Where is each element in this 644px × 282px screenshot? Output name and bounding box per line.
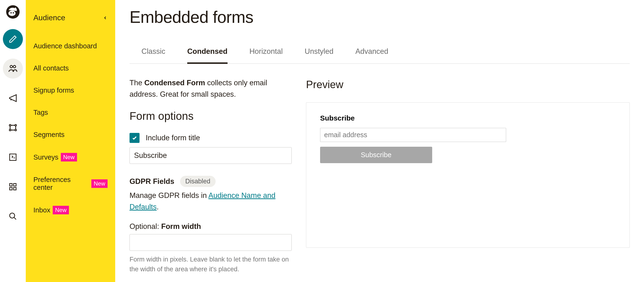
svg-point-8 — [9, 129, 11, 131]
tabs: Classic Condensed Horizontal Unstyled Ad… — [130, 43, 630, 64]
include-title-label: Include form title — [146, 134, 200, 142]
tab-condensed[interactable]: Condensed — [187, 43, 228, 64]
svg-point-6 — [9, 125, 11, 126]
svg-rect-14 — [14, 187, 16, 190]
campaigns-icon[interactable] — [3, 88, 23, 108]
tab-classic[interactable]: Classic — [142, 43, 165, 64]
sidebar-item-dashboard[interactable]: Audience dashboard — [34, 42, 108, 50]
form-title-input[interactable] — [130, 147, 292, 164]
svg-point-3 — [13, 12, 14, 13]
new-badge: New — [91, 179, 108, 188]
sidebar-item-tags[interactable]: Tags — [34, 109, 108, 117]
sidebar-item-inbox[interactable]: InboxNew — [34, 206, 108, 214]
svg-point-2 — [10, 12, 12, 13]
svg-rect-13 — [10, 187, 12, 190]
preview-subscribe-title: Subscribe — [320, 114, 616, 122]
gdpr-label: GDPR Fields — [130, 177, 174, 186]
svg-point-1 — [8, 10, 16, 16]
website-icon[interactable] — [3, 147, 23, 167]
preview-subscribe-button[interactable]: Subscribe — [320, 147, 432, 163]
sidebar-item-signup-forms[interactable]: Signup forms — [34, 86, 108, 94]
form-width-label: Optional: Form width — [130, 222, 292, 231]
form-width-input[interactable] — [130, 234, 292, 251]
form-description: The Condensed Form collects only email a… — [130, 77, 292, 100]
tab-unstyled[interactable]: Unstyled — [304, 43, 334, 64]
svg-rect-11 — [10, 184, 12, 186]
create-icon[interactable] — [3, 29, 23, 49]
svg-point-4 — [10, 65, 12, 68]
preview-email-input[interactable] — [320, 128, 506, 142]
icon-rail — [0, 0, 26, 282]
form-options-heading: Form options — [130, 110, 292, 123]
sidebar-item-preferences[interactable]: Preferences centerNew — [34, 176, 108, 191]
gdpr-help-text: Manage GDPR fields in Audience Name and … — [130, 190, 292, 213]
preview-heading: Preview — [306, 79, 630, 91]
new-badge: New — [61, 153, 77, 161]
sidebar-title: Audience — [34, 13, 65, 22]
sidebar-item-segments[interactable]: Segments — [34, 131, 108, 139]
automations-icon[interactable] — [3, 118, 23, 138]
audience-icon[interactable] — [3, 59, 23, 79]
include-title-checkbox[interactable] — [130, 133, 140, 143]
chevron-left-icon[interactable] — [103, 15, 108, 20]
content-icon[interactable] — [3, 177, 23, 197]
svg-point-5 — [13, 65, 16, 68]
preview-panel: Subscribe Subscribe — [306, 102, 630, 248]
svg-point-9 — [15, 129, 16, 131]
new-badge: New — [53, 206, 69, 214]
main-content: Embedded forms Classic Condensed Horizon… — [115, 0, 644, 282]
tab-horizontal[interactable]: Horizontal — [250, 43, 283, 64]
tab-advanced[interactable]: Advanced — [356, 43, 388, 64]
svg-point-15 — [10, 213, 15, 218]
sidebar-item-surveys[interactable]: SurveysNew — [34, 153, 108, 161]
gdpr-status-pill: Disabled — [180, 176, 216, 187]
logo-icon[interactable] — [5, 4, 20, 19]
form-width-hint: Form width in pixels. Leave blank to let… — [130, 255, 292, 274]
search-icon[interactable] — [3, 206, 23, 226]
sidebar: Audience Audience dashboard All contacts… — [26, 0, 115, 282]
svg-rect-12 — [14, 184, 16, 186]
page-title: Embedded forms — [130, 8, 630, 27]
svg-point-7 — [15, 125, 16, 126]
sidebar-item-contacts[interactable]: All contacts — [34, 64, 108, 72]
